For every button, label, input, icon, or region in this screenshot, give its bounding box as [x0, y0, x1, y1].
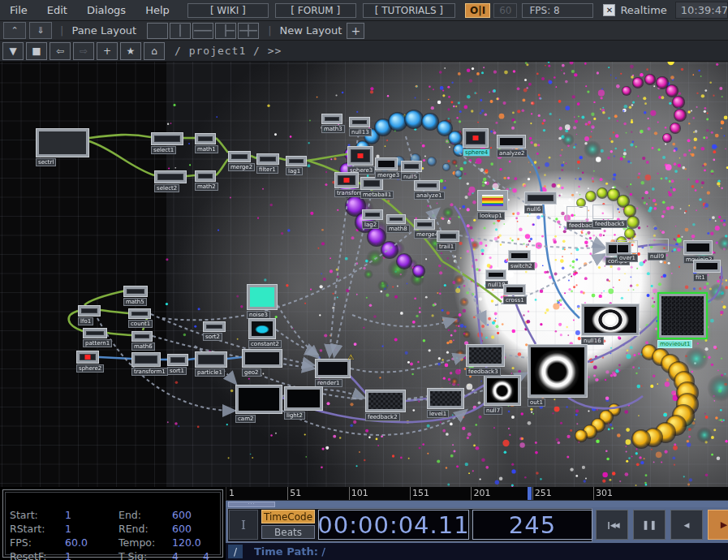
bookmark-button[interactable]: ★: [120, 42, 141, 60]
layout-grid[interactable]: [238, 23, 259, 39]
step-back-button[interactable]: ◀: [670, 510, 703, 540]
layout-single[interactable]: [147, 23, 168, 39]
node-level1[interactable]: level1: [427, 388, 464, 409]
field-value[interactable]: 1: [65, 523, 71, 535]
node-body[interactable]: [315, 359, 351, 378]
field-value[interactable]: 4: [203, 550, 209, 560]
node-body[interactable]: [365, 390, 406, 412]
link-button-wiki[interactable]: [ WIKI ]: [187, 3, 269, 18]
node-analyze2[interactable]: analyze2: [497, 135, 526, 149]
node-body[interactable]: [463, 128, 489, 148]
node-switch2[interactable]: switch2: [508, 250, 531, 261]
node-body[interactable]: [581, 304, 640, 336]
node-body[interactable]: [123, 286, 148, 297]
node-body[interactable]: [151, 132, 183, 145]
wire-chop[interactable]: [89, 135, 151, 138]
field-value[interactable]: 600: [172, 523, 192, 535]
wire-chop[interactable]: [279, 158, 286, 160]
node-body[interactable]: [128, 308, 151, 319]
node-body[interactable]: [427, 388, 464, 409]
wire-ref[interactable]: [352, 315, 454, 326]
node-null6[interactable]: null6: [524, 192, 557, 205]
oi-toggle-button[interactable]: O|I: [465, 3, 490, 18]
perform-mode-icon[interactable]: ⇓: [29, 22, 52, 39]
breadcrumb[interactable]: / project1 / >>: [174, 45, 282, 57]
wire-chop[interactable]: [84, 291, 126, 305]
node-feedback5[interactable]: feedback5: [592, 205, 614, 219]
node-body[interactable]: [657, 292, 708, 339]
node-count1[interactable]: count1: [128, 308, 151, 319]
node-body[interactable]: [76, 351, 99, 364]
pause-button[interactable]: ❚❚: [633, 510, 666, 540]
timecode-mode-button[interactable]: TimeCode: [261, 510, 315, 523]
menu-dialogs[interactable]: Dialogs: [77, 4, 136, 16]
node-body[interactable]: [154, 170, 187, 183]
node-trail1[interactable]: trail1: [437, 230, 459, 242]
node-body[interactable]: [566, 206, 588, 221]
fps-cap-button[interactable]: 60: [493, 3, 517, 18]
node-geo2[interactable]: geo2: [242, 349, 282, 368]
timeline-scroll-handle[interactable]: ···: [228, 502, 275, 507]
node-body[interactable]: [524, 192, 557, 205]
node-body[interactable]: [334, 172, 359, 188]
node-math5[interactable]: math5: [123, 286, 148, 297]
independent-time-button[interactable]: I: [229, 510, 258, 540]
new-layout-add-button[interactable]: +: [347, 23, 364, 39]
link-button-tutorials[interactable]: [ TUTORIALS ]: [363, 3, 455, 18]
wire-ref[interactable]: [278, 305, 318, 357]
node-select1[interactable]: select1: [151, 132, 183, 145]
node-body[interactable]: [286, 156, 307, 166]
playhead[interactable]: [528, 487, 532, 500]
node-select2[interactable]: select2: [154, 170, 187, 183]
node-sphere4[interactable]: sphere4: [463, 128, 489, 148]
stop-button[interactable]: ■: [26, 42, 47, 60]
node-body[interactable]: [466, 344, 505, 367]
pane-dropdown[interactable]: ▼: [2, 42, 24, 60]
node-math6[interactable]: math6: [131, 331, 153, 342]
wire-ref[interactable]: [459, 235, 604, 248]
node-null16[interactable]: null16: [581, 304, 640, 336]
node-body[interactable]: [693, 260, 721, 273]
wire-chop[interactable]: [251, 156, 256, 158]
node-body[interactable]: [195, 133, 216, 144]
node-body[interactable]: [362, 209, 383, 220]
beats-mode-button[interactable]: Beats: [261, 525, 315, 539]
node-pattern1[interactable]: pattern1: [83, 328, 107, 338]
layout-three-left[interactable]: [215, 23, 236, 39]
node-sort1[interactable]: sort1: [167, 354, 188, 366]
viewer-window-icon[interactable]: ⌃: [3, 22, 26, 39]
wire-top[interactable]: [349, 375, 367, 394]
node-particle1[interactable]: particle1: [195, 351, 227, 368]
node-body[interactable]: [592, 205, 614, 219]
node-body[interactable]: [242, 349, 282, 368]
node-body[interactable]: [437, 230, 459, 242]
node-body[interactable]: [414, 180, 440, 191]
node-body[interactable]: [235, 385, 282, 414]
realtime-checkbox[interactable]: ✕: [603, 4, 615, 16]
node-body[interactable]: [617, 240, 638, 253]
node-moviein2[interactable]: moviein2: [683, 240, 713, 255]
up-level-button[interactable]: ⌂: [144, 42, 165, 60]
forward-button[interactable]: ⇨: [73, 42, 94, 60]
node-body[interactable]: [228, 151, 251, 162]
layout-two-horizontal[interactable]: [192, 23, 213, 39]
wire-top[interactable]: [568, 396, 643, 408]
node-merge4[interactable]: merge4: [414, 219, 435, 230]
wire-chop[interactable]: [89, 141, 154, 175]
wire-chop[interactable]: [101, 310, 128, 313]
node-null7[interactable]: null7: [484, 375, 521, 406]
node-body[interactable]: [167, 354, 188, 366]
layout-two-vertical[interactable]: [170, 23, 191, 39]
field-value[interactable]: 1: [65, 509, 71, 521]
menu-edit[interactable]: Edit: [37, 4, 77, 16]
node-body[interactable]: [386, 214, 406, 224]
field-value[interactable]: 60.0: [65, 536, 88, 549]
node-math8[interactable]: math8: [386, 214, 406, 224]
node-body[interactable]: [203, 321, 226, 332]
wire-chop[interactable]: [216, 159, 228, 175]
add-pane-button[interactable]: +: [97, 42, 118, 60]
node-lookup1[interactable]: lookup1: [477, 190, 508, 211]
node-fit1[interactable]: fit1: [693, 260, 721, 273]
node-body[interactable]: [248, 318, 276, 339]
wire-chop[interactable]: [107, 333, 131, 335]
